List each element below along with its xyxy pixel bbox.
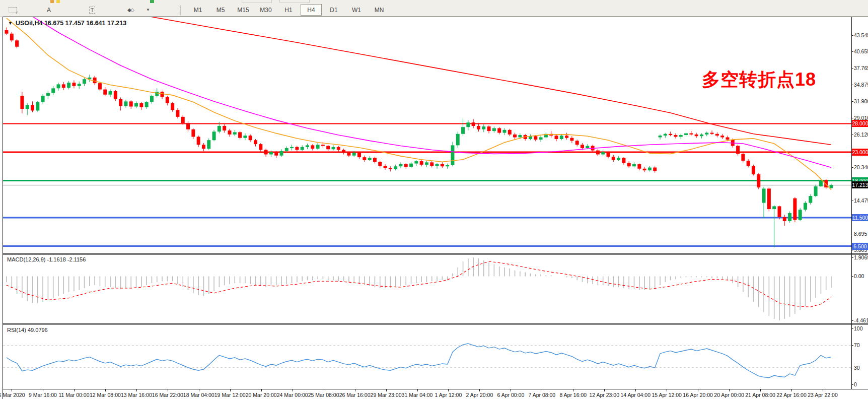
candle-body: [134, 103, 138, 107]
timeframe-button-MN[interactable]: MN: [369, 4, 390, 16]
timeframe-button-M5[interactable]: M5: [210, 4, 231, 16]
timeframe-button-W1[interactable]: W1: [346, 4, 367, 16]
text-label-button[interactable]: A: [41, 4, 56, 16]
candle-body: [736, 146, 740, 154]
candle-body: [233, 132, 237, 135]
candle-body: [430, 162, 433, 166]
candle-body: [762, 188, 766, 203]
price-tick-label-tick: [851, 118, 853, 118]
time-label: 29 Mar 23:00: [371, 392, 402, 398]
candle-body: [15, 40, 19, 46]
macd-scale-label-tick: [851, 320, 853, 321]
shapes-button[interactable]: ◆◇: [122, 4, 139, 16]
candle-body: [664, 134, 667, 136]
macd-scale-label-tick: [851, 257, 853, 258]
candle-body: [581, 145, 584, 148]
candle-body: [352, 153, 356, 156]
timeframe-button-M15[interactable]: M15: [233, 4, 254, 16]
macd-pane-bg: [3, 255, 868, 323]
candle-body: [378, 162, 382, 166]
chart-title[interactable]: ▼ USOil,H4 16.675 17.457 16.641 17.213: [8, 20, 126, 27]
candle-body: [783, 217, 786, 221]
candle-body: [290, 147, 294, 148]
candle-body: [51, 88, 55, 93]
candle-body: [710, 133, 714, 134]
time-tick: [604, 389, 605, 391]
rsi-scale-label-tick: [851, 384, 853, 385]
candle-body: [570, 138, 573, 141]
pane-separator[interactable]: [3, 253, 868, 255]
candle-body: [767, 188, 771, 209]
timeframe-button-H4[interactable]: H4: [301, 4, 322, 16]
time-tick: [168, 389, 168, 391]
candle-body: [518, 135, 522, 138]
time-label: 6 Mar 2020: [0, 392, 25, 398]
timeframe-button-D1[interactable]: D1: [323, 4, 344, 16]
candle-body: [228, 130, 231, 135]
candle-body: [601, 152, 605, 155]
candle-body: [150, 96, 154, 102]
time-label: 25 Mar 08:00: [308, 392, 339, 398]
candle-body: [176, 110, 179, 117]
price-pane[interactable]: [3, 17, 868, 253]
candle-body: [285, 148, 288, 151]
price-tick-label: 20.340: [854, 164, 868, 171]
candle-body: [311, 145, 314, 149]
time-tick: [230, 389, 231, 391]
time-tick: [823, 389, 823, 391]
candle-body: [31, 105, 34, 110]
text-box-button[interactable]: T: [85, 4, 100, 16]
rsi-pane[interactable]: [3, 325, 868, 389]
candle-body: [799, 210, 802, 220]
candle-body: [777, 206, 781, 217]
candle-body: [212, 131, 216, 140]
candle-body: [596, 151, 600, 155]
candle-body: [249, 136, 252, 140]
candle-body: [772, 206, 776, 209]
timeframe-button-M1[interactable]: M1: [187, 4, 208, 16]
price-tick-label-tick: [851, 135, 853, 135]
time-label: 14 Apr 04:00: [620, 392, 650, 398]
candle-body: [46, 93, 50, 96]
candle-body: [197, 137, 200, 145]
candle-body: [560, 136, 563, 139]
time-tick: [74, 389, 75, 391]
candle-body: [373, 158, 377, 162]
pane-separator[interactable]: [3, 323, 868, 325]
price-tick-label-tick: [851, 167, 853, 168]
candle-body: [254, 140, 257, 144]
candle-body: [627, 163, 631, 166]
toolbar-fragment-icon: [150, 0, 154, 3]
candle-body: [114, 91, 117, 99]
current-price-label: 17.213: [852, 181, 868, 188]
candle-body: [441, 164, 444, 167]
price-tick-label: 14.475: [854, 197, 868, 204]
candle-body: [477, 126, 480, 129]
candle-body: [342, 150, 345, 153]
candle-body: [202, 145, 205, 149]
candle-body: [316, 145, 320, 149]
candle-body: [389, 168, 392, 169]
timeframe-button-M30[interactable]: M30: [255, 4, 276, 16]
time-label: 23 Apr 22:00: [808, 392, 838, 398]
grid-template-button[interactable]: F: [5, 4, 20, 16]
candle-body: [10, 34, 14, 41]
shapes-dropdown-button[interactable]: ▼: [144, 4, 152, 16]
candle-body: [425, 162, 428, 165]
candle-body: [637, 164, 641, 169]
chart-dropdown-icon[interactable]: ▼: [8, 21, 13, 26]
candle-body: [223, 126, 226, 130]
candle-body: [502, 130, 506, 133]
candle-body: [295, 147, 299, 150]
candle-body: [191, 129, 195, 137]
timeframe-button-H1[interactable]: H1: [278, 4, 299, 16]
time-label: 6 Apr 00:00: [497, 392, 525, 398]
time-axis[interactable]: 6 Mar 20209 Mar 16:0011 Mar 00:0012 Mar …: [3, 389, 868, 399]
macd-pane[interactable]: [3, 255, 868, 323]
candle-body: [461, 127, 465, 134]
time-label: 15 Apr 12:00: [652, 392, 682, 398]
hline-price-label: 23.000: [852, 149, 868, 156]
price-tick-label: 34.875: [854, 82, 868, 88]
rsi-scale-label: 70: [854, 342, 868, 349]
candle-body: [301, 147, 304, 150]
